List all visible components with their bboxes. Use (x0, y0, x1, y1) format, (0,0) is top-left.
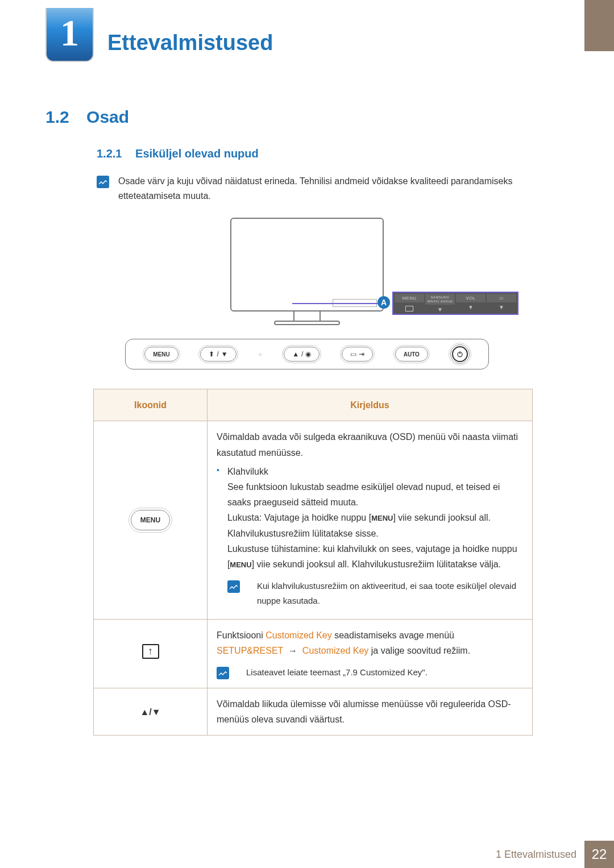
table-row: ▲/▼ Võimaldab liikuda ülemisse või alumi… (94, 688, 533, 735)
custom-key-note: Lisateavet leiate teemast „7.9 Customize… (246, 665, 523, 680)
inline-menu-label: MENU (230, 560, 251, 569)
section-heading: 1.2 Osad (0, 62, 614, 127)
svg-point-0 (458, 352, 462, 357)
note-icon (217, 667, 229, 679)
desc-cell-updown: Võimaldab liikuda ülemisse või alumisse … (208, 688, 533, 735)
auto-button: AUTO (395, 347, 428, 362)
separator-dot: ○ (258, 351, 262, 358)
menu-desc-p1: Võimaldab avada või sulgeda ekraanikuva … (217, 429, 523, 460)
bullet-icon: • (217, 464, 219, 608)
desc-cell-menu: Võimaldab avada või sulgeda ekraanikuva … (208, 421, 533, 620)
decorative-side-bar (584, 0, 614, 51)
col-header-icons: Ikoonid (94, 389, 208, 421)
custom-key-up-icon (142, 644, 159, 659)
note-icon (227, 580, 240, 593)
up-down-arrow-icon: ▲/▼ (140, 707, 160, 717)
chevron-down-icon: ▼ (487, 302, 516, 310)
custom-key-icon: ⬆ (209, 350, 214, 358)
icon-cell-custom-key (94, 620, 208, 688)
col-header-description: Kirjeldus (208, 389, 533, 421)
callout-line (292, 303, 383, 304)
icon-cell-updown: ▲/▼ (94, 688, 208, 735)
monitor-stand (293, 312, 321, 321)
subsection-heading: 1.2.1 Esiküljel olevad nupud (0, 127, 614, 160)
chevron-down-icon (395, 302, 424, 313)
auto-button-label: AUTO (404, 351, 420, 358)
note-icon (97, 176, 109, 188)
menu-button-label: MENU (153, 351, 169, 358)
page-footer: 1 Ettevalmistused 22 (0, 841, 614, 868)
custom-down-button: ⬆/▼ (200, 347, 236, 362)
chapter-header: 1 Ettevalmistused (0, 0, 614, 62)
menu-desc-p3: Lukusta: Vajutage ja hoidke nuppu [MENU]… (227, 510, 523, 541)
intro-note-text: Osade värv ja kuju võivad näidatust erin… (118, 174, 540, 203)
menu-desc-p2: See funktsioon lukustab seadme esiküljel… (227, 479, 523, 510)
chapter-title: Ettevalmistused (107, 31, 273, 55)
zoom-cell-menu: MENU (395, 294, 424, 313)
subsection-number: 1.2.1 (97, 147, 122, 160)
source-button: ▭⇥ (342, 347, 373, 362)
power-button (450, 344, 470, 364)
chapter-number: 1 (60, 11, 79, 55)
icon-cell-menu: MENU (94, 421, 208, 620)
up-arrow-icon: ▲ (292, 350, 299, 358)
front-buttons-row: MENU ⬆/▼ ○ ▲/◉ ▭⇥ AUTO (125, 339, 489, 369)
zoom-cell-source: ▭ ▼ (487, 294, 516, 313)
subsection-title: Esiküljel olevad nupud (135, 147, 259, 160)
down-arrow-icon: ▼ (221, 350, 228, 358)
setup-reset-label: SETUP&RESET (217, 646, 283, 655)
menu-button-icon: MENU (131, 510, 170, 530)
chapter-number-badge: 1 (45, 8, 94, 62)
power-icon (452, 346, 468, 362)
customized-key-label: Customized Key (302, 646, 369, 655)
rect-icon: ▭ (350, 350, 356, 358)
zoom-label-vol: VOL (456, 294, 486, 302)
section-number: 1.2 (45, 107, 69, 126)
source-icon: ▭ (487, 294, 516, 302)
table-row: Funktsiooni Customized Key seadistamisek… (94, 620, 533, 688)
desc-cell-custom-key: Funktsiooni Customized Key seadistamisek… (208, 620, 533, 688)
menu-desc-p4: Lukustuse tühistamine: kui klahvilukk on… (227, 541, 523, 572)
buttons-description-table: Ikoonid Kirjeldus MENU Võimaldab avada v… (93, 389, 533, 736)
zoom-panel: MENU SAMSUNGMAGIC ANGLE ▼ VOL ▼ ▭ ▼ (392, 292, 518, 315)
zoom-cell-vol: VOL ▼ (456, 294, 486, 313)
inline-menu-label: MENU (371, 514, 393, 522)
menu-lock-note: Kui klahvilukustusrežiim on aktiveeritud… (257, 579, 523, 608)
monitor-outline (230, 218, 384, 312)
zoom-label-brandmagic: SAMSUNGMAGIC ANGLE (425, 294, 455, 305)
chevron-down-icon: ▼ (456, 302, 486, 310)
arrow-right-icon: → (288, 646, 297, 655)
up-enter-button: ▲/◉ (284, 347, 320, 362)
zoom-cell-magic: SAMSUNGMAGIC ANGLE ▼ (425, 294, 455, 313)
enter-icon: ◉ (305, 350, 311, 358)
table-row: MENU Võimaldab avada või sulgeda ekraani… (94, 421, 533, 620)
menu-button: MENU (144, 347, 178, 362)
custom-key-line1: Funktsiooni Customized Key seadistamisek… (217, 628, 523, 643)
footer-chapter-label: 1 Ettevalmistused (496, 849, 584, 861)
intro-note: Osade värv ja kuju võivad näidatust erin… (0, 160, 614, 203)
custom-key-line2: SETUP&RESET → Customized Key ja valige s… (217, 643, 523, 658)
monitor-base (274, 321, 340, 325)
zoom-label-menu: MENU (395, 294, 424, 302)
customized-key-label: Customized Key (265, 630, 332, 640)
monitor-diagram: A MENU SAMSUNGMAGIC ANGLE ▼ VOL ▼ ▭ ▼ ME… (125, 218, 489, 369)
footer-page-number: 22 (584, 841, 614, 868)
arrow-right-icon: ⇥ (359, 350, 364, 358)
chevron-down-icon: ▼ (425, 305, 455, 313)
section-title: Osad (86, 107, 129, 126)
bullet-label-lock: Klahvilukk (227, 464, 523, 479)
